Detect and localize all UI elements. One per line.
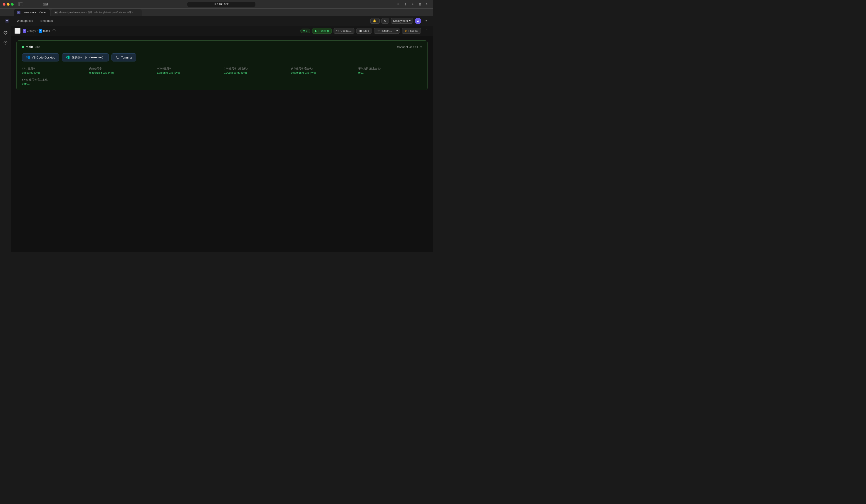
stat-load: 平均负载 (宿主主机) 0.01: [358, 67, 422, 75]
ellipsis-icon: ⋮: [424, 28, 428, 33]
stats-grid: CPU 使用率 0/8 cores (0%) 内存使用率 0.593/15.6 …: [22, 67, 422, 85]
update-button[interactable]: Update...: [334, 28, 355, 34]
downloads-icon[interactable]: ⬇: [395, 2, 401, 7]
tab-coder[interactable]: C zhaoyu/demo - Coder: [14, 9, 50, 16]
terminal-icon: [115, 55, 120, 59]
share-icon[interactable]: ⬆: [402, 2, 409, 7]
svg-point-2: [5, 32, 6, 33]
tab-github[interactable]: G dev-easily/coder-templates: 使用 coder t…: [51, 9, 142, 16]
browser-controls: ‹ ›: [17, 2, 39, 7]
user-menu-arrow[interactable]: ▾: [423, 18, 429, 24]
refresh-small-icon: [336, 30, 339, 32]
sidebar-item-settings[interactable]: [1, 28, 10, 37]
running-button[interactable]: ▶ Running: [312, 28, 332, 34]
logo-icon[interactable]: [4, 18, 10, 24]
svg-rect-5: [360, 30, 362, 32]
nav-links: Workspaces Templates: [14, 18, 56, 23]
chevron-down-icon: ▾: [409, 19, 411, 22]
stop-button[interactable]: Stop: [356, 28, 372, 34]
minimize-button[interactable]: [7, 3, 10, 6]
play-icon: ▶: [315, 29, 317, 32]
tab-title-coder: zhaoyu/demo - Coder: [22, 11, 46, 14]
stat-cpu-label: CPU 使用率: [22, 67, 86, 70]
bell-icon: 🔔: [373, 19, 376, 22]
sidebar: [0, 26, 11, 252]
connect-ssh-button[interactable]: Connect via SSH ▾: [397, 45, 422, 49]
nav-workspaces[interactable]: Workspaces: [14, 18, 36, 23]
gear-icon: ⚙: [384, 19, 387, 22]
notification-button[interactable]: 🔔: [370, 18, 380, 24]
forward-button[interactable]: ›: [33, 2, 39, 7]
user-avatar-icon: Z: [23, 29, 26, 33]
more-options-button[interactable]: ⋮: [423, 28, 429, 34]
agent-panel: main 0ms Connect via SSH ▾: [16, 41, 428, 90]
breadcrumb-items: Z zhaoyu / d demo: [23, 28, 57, 34]
agent-status-dot: [22, 46, 24, 48]
stat-host-cpu-label: CPU使用率（宿主机）: [224, 67, 287, 70]
stat-host-cpu-value: 0.099/8 cores (1%): [224, 71, 287, 75]
top-nav: Workspaces Templates 🔔 ⚙ Deployment ▾ Z …: [0, 16, 433, 26]
stat-home-label: HOME使用率: [156, 67, 220, 70]
avatar-button[interactable]: Z: [415, 18, 421, 24]
restart-label: Restart...: [381, 29, 392, 32]
status-count: 1: [306, 30, 308, 32]
workspace-icon: d: [38, 29, 42, 33]
workspace-content: ← Z zhaoyu / d demo: [11, 26, 433, 252]
restart-button[interactable]: Restart...: [374, 28, 395, 34]
browser-tabs: C zhaoyu/demo - Coder G dev-easily/coder…: [0, 9, 433, 16]
sidebar-right-icon[interactable]: ⊟: [417, 2, 423, 7]
vscode-desktop-button[interactable]: VS Code Desktop: [22, 53, 59, 61]
main-area: ← Z zhaoyu / d demo: [0, 26, 433, 252]
stat-swap-label: Swap 使用率(宿主主机): [22, 78, 86, 81]
breadcrumb-workspace-name[interactable]: demo: [43, 29, 50, 32]
nav-templates[interactable]: Templates: [36, 18, 55, 23]
stop-label: Stop: [363, 29, 369, 32]
stat-swap: Swap 使用率(宿主主机) 0.0/0.0: [22, 78, 86, 85]
address-bar[interactable]: 192.168.0.96: [187, 2, 255, 7]
deployment-button[interactable]: Deployment ▾: [391, 18, 413, 24]
stat-cpu-value: 0/8 cores (0%): [22, 71, 86, 75]
stat-host-cpu: CPU使用率（宿主机） 0.099/8 cores (1%): [224, 67, 287, 75]
connect-ssh-chevron: ▾: [420, 45, 422, 49]
stat-swap-value: 0.0/0.0: [22, 82, 86, 85]
sidebar-item-history[interactable]: [1, 38, 10, 47]
agent-name: main: [26, 45, 33, 49]
update-label: Update...: [341, 29, 352, 32]
stat-cpu: CPU 使用率 0/8 cores (0%): [22, 67, 86, 75]
settings-button[interactable]: ⚙: [381, 18, 389, 24]
address-bar-area: 192.168.0.96: [50, 2, 393, 7]
restart-dropdown-button[interactable]: ▾: [395, 28, 400, 34]
new-tab-icon[interactable]: ＋: [409, 2, 416, 7]
stat-mem-value: 0.593/15.6 GiB (4%): [89, 71, 153, 75]
breadcrumb-right: 1 ▶ Running Update...: [300, 28, 429, 34]
connect-ssh-label: Connect via SSH: [397, 45, 419, 49]
code-server-button[interactable]: 在线编码（code-server）: [62, 53, 109, 61]
vscode-desktop-label: VS Code Desktop: [32, 56, 55, 59]
star-icon: ★: [404, 29, 407, 32]
history-button[interactable]: [51, 28, 57, 34]
back-button[interactable]: ‹: [25, 2, 31, 7]
stop-icon: [359, 30, 362, 32]
favorite-button[interactable]: ★ Favorite: [402, 28, 421, 34]
code-server-icon: [66, 55, 70, 59]
stat-load-value: 0.01: [358, 71, 422, 75]
browser-chrome: ‹ › ⌨ 192.168.0.96 ⬇ ⬆ ＋ ⊟ ↻: [0, 0, 433, 9]
vscode-icon: [26, 55, 30, 59]
sidebar-toggle-button[interactable]: [17, 2, 24, 7]
traffic-lights: [3, 3, 14, 6]
tab-title-github: dev-easily/coder-templates: 使用 coder tem…: [59, 11, 138, 14]
terminal-button[interactable]: Terminal: [111, 53, 136, 61]
breadcrumb-bar: ← Z zhaoyu / d demo: [11, 26, 433, 36]
breadcrumb-separator-1: /: [37, 29, 38, 32]
maximize-button[interactable]: [11, 3, 14, 6]
close-button[interactable]: [3, 3, 5, 6]
tab-favicon-github: G: [55, 11, 58, 14]
restart-group: Restart... ▾: [374, 28, 400, 34]
refresh-icon[interactable]: ↻: [424, 2, 430, 7]
stat-mem: 内存使用率 0.593/15.6 GiB (4%): [89, 67, 153, 75]
stat-host-mem-label: 内存使用率(宿主机): [291, 67, 355, 70]
breadcrumb-username[interactable]: zhaoyu: [27, 29, 36, 32]
back-nav-button[interactable]: ←: [14, 28, 21, 34]
svg-point-1: [7, 20, 8, 21]
agent-header: main 0ms Connect via SSH ▾: [22, 45, 422, 49]
